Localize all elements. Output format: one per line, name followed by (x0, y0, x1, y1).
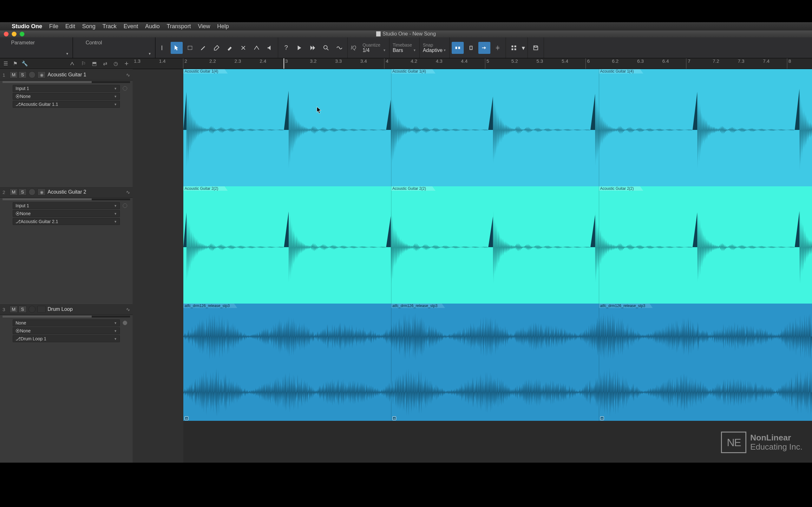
track-header-1[interactable]: 1 M S ◉ Acoustic Guitar 1 ∿ (0, 69, 133, 80)
iq-button[interactable]: IQ (348, 45, 359, 51)
parameter-section[interactable]: Parameter ▼ (0, 38, 73, 58)
flag-icon[interactable]: ⚑ (12, 60, 18, 67)
monitor-button[interactable]: ◉ (38, 71, 46, 78)
track-channel-select[interactable]: ⎇ Drum Loop 1▼ (13, 335, 120, 342)
paint-tool[interactable] (224, 42, 236, 54)
clip-label: atfc_drm126_release_stp3 (600, 303, 645, 308)
track-header-2[interactable]: 2 M S ◉ Acoustic Guitar 2 ∿ (0, 186, 133, 198)
menu-audio[interactable]: Audio (145, 23, 159, 30)
control-section[interactable]: Control ▼ (73, 38, 155, 58)
play-selection-tool[interactable] (293, 42, 305, 54)
help-tool[interactable]: ? (280, 42, 292, 54)
window-title-text: Studio One - New Song (383, 31, 436, 37)
automation-mode-icon[interactable] (69, 60, 76, 67)
audio-clip-drums[interactable]: atfc_drm126_release_stp3 atfc_drm126_rel… (183, 303, 812, 421)
flag-icon-2[interactable]: ⚐ (80, 60, 87, 67)
app-name[interactable]: Studio One (12, 23, 42, 30)
zoom-tool[interactable] (320, 42, 332, 54)
loop-handle[interactable]: ○ (392, 416, 396, 420)
record-arm-button[interactable] (29, 188, 36, 195)
audio-clip-guitar2[interactable]: Acoustic Guitar 2(2) Acoustic Guitar 2(2… (183, 186, 812, 303)
menu-file[interactable]: File (49, 23, 58, 30)
menu-edit[interactable]: Edit (65, 23, 75, 30)
record-arm-button[interactable] (29, 306, 36, 313)
range-tool[interactable] (184, 42, 196, 54)
marker-tool[interactable] (157, 42, 169, 54)
record-arm-button[interactable] (29, 71, 36, 78)
menu-track[interactable]: Track (102, 23, 116, 30)
mute-tool[interactable] (237, 42, 249, 54)
clock-icon[interactable]: ◷ (112, 60, 119, 67)
menu-transport[interactable]: Transport (167, 23, 191, 30)
mute-button[interactable]: M (9, 71, 18, 78)
track-output-select[interactable]: ⦿ None▼ (13, 210, 120, 217)
snap-group[interactable]: Snap Adaptive▼ (420, 38, 450, 58)
mute-button[interactable]: M (9, 306, 18, 313)
arrow-tool[interactable] (171, 42, 183, 54)
track-header-3[interactable]: 3 M S Drum Loop ∿ (0, 303, 133, 315)
audio-clip-guitar1[interactable]: Acoustic Guitar 1(4) Acoustic Guitar 1(4… (183, 69, 812, 186)
track-name[interactable]: Acoustic Guitar 2 (48, 189, 124, 195)
toolbar: Parameter ▼ Control ▼ ? IQ Quantize 1/4▼… (0, 38, 812, 58)
arrange-view[interactable]: Acoustic Guitar 1(4) Acoustic Guitar 1(4… (133, 69, 812, 507)
snap-mode-3[interactable] (478, 42, 490, 54)
minimize-button[interactable] (12, 32, 16, 37)
wrench-icon[interactable]: 🔧 (21, 60, 28, 67)
menu-view[interactable]: View (198, 23, 210, 30)
bend-tool[interactable] (251, 42, 263, 54)
track-lane-2[interactable]: Acoustic Guitar 2(2) Acoustic Guitar 2(2… (133, 186, 812, 303)
snap-mode-2[interactable] (465, 42, 477, 54)
track-input-select[interactable]: Input 1▼ (13, 202, 120, 209)
edit-tools-group (155, 38, 278, 58)
maximize-button[interactable] (20, 32, 24, 37)
quantize-group[interactable]: Quantize 1/4▼ (359, 38, 390, 58)
snap-mode-4[interactable] (492, 42, 504, 54)
draw-tool[interactable] (197, 42, 209, 54)
track-lane-3[interactable]: atfc_drm126_release_stp3 atfc_drm126_rel… (133, 303, 812, 421)
group-icon[interactable]: ⬒ (91, 60, 98, 67)
snap-mode-1[interactable] (452, 42, 464, 54)
track-channel-select[interactable]: ⎇ Acoustic Guitar 2.1▼ (13, 218, 120, 225)
track-input-select[interactable]: Input 1▼ (13, 85, 120, 92)
svg-rect-4 (458, 47, 460, 49)
track-output-select[interactable]: ⦿ None▼ (13, 93, 120, 100)
close-button[interactable] (4, 32, 9, 37)
mute-button[interactable]: M (9, 188, 18, 195)
quantize-value: 1/4 (362, 48, 369, 53)
watermark-text: NonLinearEducating Inc. (750, 433, 803, 451)
solo-button[interactable]: S (18, 306, 27, 313)
cursor-icon (316, 107, 322, 114)
track-name[interactable]: Acoustic Guitar 1 (48, 72, 124, 78)
loop-play-tool[interactable] (307, 42, 319, 54)
track-volume-slider[interactable] (3, 316, 130, 318)
track-volume-slider[interactable] (3, 81, 130, 83)
list-icon[interactable]: ☰ (3, 60, 9, 67)
link-icon[interactable]: ⇄ (101, 60, 108, 67)
grid-dropdown[interactable]: ▾ (521, 42, 525, 54)
monitor-button[interactable] (38, 306, 46, 313)
menu-help[interactable]: Help (217, 23, 229, 30)
timeline-ruler[interactable]: 1.31.422.22.32.433.23.33.444.24.34.455.2… (133, 58, 812, 69)
track-input-select[interactable]: None▼ (13, 320, 120, 326)
letterbox-bottom (0, 463, 812, 507)
track-output-select[interactable]: ⦿ None▼ (13, 327, 120, 334)
add-track-button[interactable]: + (123, 60, 130, 67)
chevron-down-icon: ▼ (413, 49, 416, 52)
loop-handle[interactable]: ○ (185, 416, 189, 420)
save-button[interactable] (530, 42, 542, 54)
solo-button[interactable]: S (18, 188, 27, 195)
loop-handle[interactable]: ○ (600, 416, 604, 420)
menu-event[interactable]: Event (123, 23, 138, 30)
track-channel-select[interactable]: ⎇ Acoustic Guitar 1.1▼ (13, 101, 120, 108)
menu-song[interactable]: Song (82, 23, 96, 30)
track-lane-1[interactable]: Acoustic Guitar 1(4) Acoustic Guitar 1(4… (133, 69, 812, 186)
automation-tool[interactable] (334, 42, 345, 54)
listen-tool[interactable] (264, 42, 276, 54)
monitor-button[interactable]: ◉ (38, 188, 46, 195)
timebase-group[interactable]: Timebase Bars▼ (390, 38, 420, 58)
eraser-tool[interactable] (211, 42, 223, 54)
track-name[interactable]: Drum Loop (48, 306, 124, 312)
track-volume-slider[interactable] (3, 199, 130, 200)
grid-view-button[interactable] (508, 42, 520, 54)
solo-button[interactable]: S (18, 71, 27, 78)
